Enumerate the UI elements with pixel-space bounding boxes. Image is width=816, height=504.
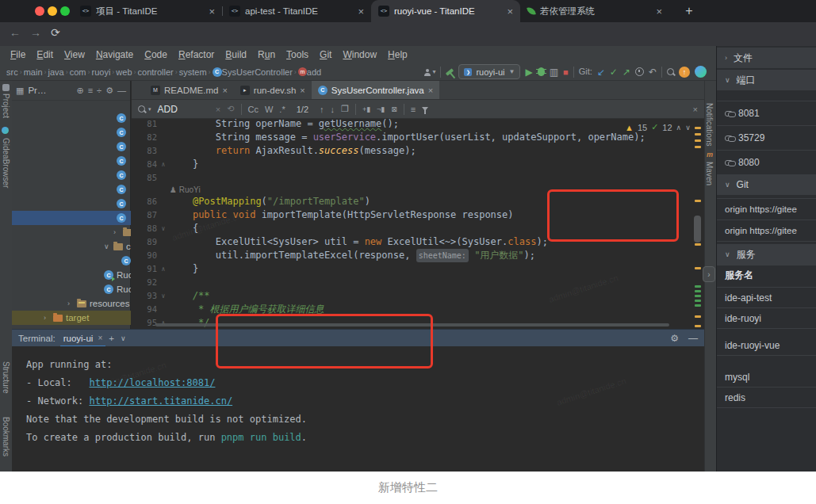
chevron-down-icon[interactable]: ▾ — [432, 69, 435, 75]
menu-tools[interactable]: Tools — [281, 49, 314, 60]
browser-tab[interactable]: <>项目 - TitanIDE× — [73, 0, 222, 22]
tab-close-icon[interactable]: × — [428, 86, 433, 95]
prev-match-icon[interactable]: ↑ — [320, 105, 324, 114]
history-icon[interactable] — [635, 67, 644, 76]
rollback-icon[interactable]: ↶ — [649, 67, 657, 77]
tree-row[interactable]: C — [12, 154, 131, 168]
remove-selection-icon[interactable]: ¬▮ — [377, 105, 385, 113]
menu-view[interactable]: View — [59, 49, 90, 60]
tree-row[interactable]: ∨core.co — [12, 239, 131, 254]
git-remote-item[interactable]: origin https://gitee — [717, 199, 816, 220]
tab-close-icon[interactable]: × — [507, 6, 513, 17]
service-item[interactable]: ide-api-test — [717, 288, 816, 308]
tool-tab-project[interactable]: Project — [2, 94, 10, 118]
menu-build[interactable]: Build — [220, 49, 252, 60]
terminal-tab[interactable]: ruoyi-ui — [62, 334, 95, 343]
titanide-assistant-icon[interactable] — [695, 66, 707, 78]
tree-row[interactable]: C — [12, 197, 131, 211]
tab-close-icon[interactable]: × — [358, 6, 364, 17]
tree-row[interactable]: C — [12, 139, 131, 154]
close-search-icon[interactable]: × — [693, 105, 698, 114]
menu-edit[interactable]: Edit — [31, 49, 59, 60]
menu-help[interactable]: Help — [382, 49, 413, 60]
reload-icon[interactable]: ⟳ — [51, 26, 60, 39]
select-all-matches-icon[interactable]: ⊠ — [391, 105, 397, 113]
hide-panel-icon[interactable]: — — [117, 86, 126, 95]
find-bar[interactable]: ▾ ADD × ⟲ Cc W .* 1/2 ↑ ↓ ❐ +▮ ¬▮ ⊠ ≡ × — [132, 100, 704, 119]
breadcrumb-segment[interactable]: controller — [138, 67, 174, 77]
browser-tab[interactable]: <>ruoyi-vue - TitanIDE× — [371, 0, 520, 22]
tree-row[interactable]: ›resources — [12, 296, 131, 311]
tree-row[interactable]: C — [12, 111, 131, 125]
match-case-toggle[interactable]: Cc — [248, 105, 259, 114]
menu-refactor[interactable]: Refactor — [173, 49, 220, 60]
stop-button[interactable]: ■ — [563, 67, 569, 77]
sidebar-section-services[interactable]: ∨ 服务 — [717, 244, 816, 265]
project-tree[interactable]: CCCCCCCC›too∨core.coCSwaCRuoYiAppCRuoYiS… — [12, 100, 131, 329]
gidea-browser-icon[interactable] — [2, 127, 9, 134]
tool-tab-maven[interactable]: Maven — [705, 162, 714, 185]
coverage-button[interactable]: ▥ — [550, 67, 558, 77]
terminal-settings-gear-icon[interactable]: ⚙ — [670, 333, 679, 344]
tree-row[interactable]: C — [12, 125, 131, 139]
breadcrumb-segment[interactable]: web — [116, 67, 132, 77]
search-options-icon[interactable]: ≡ — [411, 105, 416, 114]
sidebar-section-git[interactable]: ∨ Git — [717, 174, 816, 195]
macos-zoom-button[interactable] — [60, 6, 70, 16]
tree-row[interactable]: C — [12, 211, 131, 225]
profile-icon[interactable] — [424, 73, 431, 76]
browser-tab[interactable]: 若依管理系统× — [520, 0, 669, 22]
run-button[interactable]: ▶ — [525, 67, 532, 78]
tab-close-icon[interactable]: × — [656, 6, 662, 17]
filter-icon[interactable] — [422, 107, 428, 111]
build-hammer-icon[interactable] — [446, 68, 454, 75]
tab-close-icon[interactable]: × — [300, 86, 305, 95]
sidebar-section-files[interactable]: › 文件 — [717, 48, 816, 68]
tree-row[interactable]: C — [12, 168, 131, 182]
tool-tab-bookmarks[interactable]: Bookmarks — [2, 417, 10, 456]
terminal-link[interactable]: http://start.titanide.cn/ — [89, 395, 232, 407]
update-notification-icon[interactable]: ↑ — [679, 67, 690, 78]
tab-close-icon[interactable]: × — [222, 86, 227, 95]
service-item[interactable]: mysql — [717, 367, 816, 388]
breadcrumb-segment[interactable]: main — [24, 67, 43, 77]
open-in-find-window-icon[interactable]: ❐ — [341, 104, 349, 114]
breadcrumb-segment[interactable]: system — [179, 67, 207, 77]
new-terminal-icon[interactable]: + — [109, 334, 114, 343]
browser-tab[interactable]: <>api-test - TitanIDE× — [222, 0, 371, 22]
debug-button[interactable] — [538, 67, 545, 76]
editor-tab[interactable]: MREADME.md× — [144, 81, 234, 99]
maven-icon[interactable]: m — [707, 151, 713, 158]
tree-row[interactable]: CRuoYiApp — [12, 268, 131, 282]
tree-row[interactable]: ›too — [12, 225, 131, 239]
hide-terminal-icon[interactable]: — — [688, 333, 698, 344]
locate-icon[interactable]: ⊕ — [76, 86, 83, 96]
sidebar-section-ports[interactable]: ∨ 端口 — [717, 70, 816, 90]
breadcrumb-method[interactable]: add — [307, 67, 321, 77]
git-remote-item[interactable]: origin https://gitee — [717, 220, 816, 242]
tree-row[interactable]: C — [12, 182, 131, 197]
hidden-stripe-chevron-button[interactable]: › — [703, 266, 715, 282]
tree-row[interactable]: ›target — [12, 311, 131, 325]
service-item[interactable]: ide-ruoyi — [717, 308, 816, 329]
collapse-all-icon[interactable]: ÷ — [97, 86, 102, 95]
port-item[interactable]: 8081 — [717, 101, 816, 126]
menu-git[interactable]: Git — [314, 49, 337, 60]
service-item[interactable]: ide-ruoyi-vue — [717, 335, 816, 356]
editor-tab[interactable]: CSysUserController.java× — [312, 81, 439, 99]
tool-tab-structure[interactable]: Structure — [2, 361, 10, 394]
git-push-icon[interactable]: ↗ — [623, 67, 630, 77]
menu-navigate[interactable]: Navigate — [90, 49, 139, 60]
settings-gear-icon[interactable]: ⚙ — [105, 86, 113, 96]
tree-row[interactable]: CRuoYiSer — [12, 282, 131, 296]
port-item[interactable]: 8080 — [717, 151, 816, 175]
tool-tab-gidea-browser[interactable]: GideaBrowser — [2, 138, 10, 188]
breadcrumb-class[interactable]: SysUserController — [222, 67, 293, 77]
git-update-icon[interactable]: ↙ — [597, 67, 605, 77]
terminal-dropdown-icon[interactable]: ∨ — [121, 334, 126, 342]
breadcrumb-segment[interactable]: src — [6, 67, 18, 77]
new-tab-button[interactable]: + — [680, 2, 698, 20]
port-item[interactable]: 35729 — [717, 126, 816, 151]
breadcrumb-segment[interactable]: com — [70, 67, 86, 77]
project-tool-icon[interactable] — [2, 84, 10, 91]
